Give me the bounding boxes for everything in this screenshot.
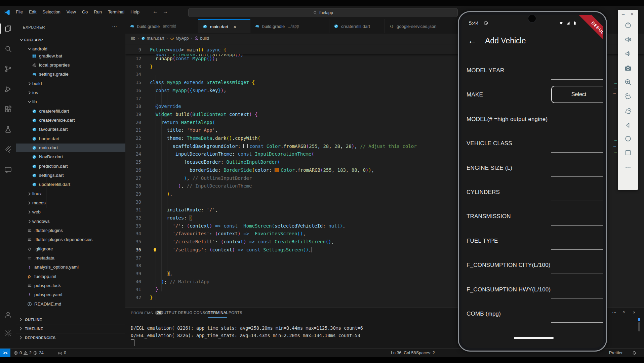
source-control-icon[interactable] xyxy=(4,65,12,73)
emu-camera-icon[interactable] xyxy=(624,64,632,72)
tree-item--metadata[interactable]: .metadata xyxy=(16,254,126,262)
section-timeline[interactable]: TIMELINE xyxy=(16,324,125,333)
tree-item-home-dart[interactable]: home.dart1 xyxy=(16,134,126,143)
emu-overview-icon[interactable] xyxy=(624,149,632,157)
input-underline-vehicle-class[interactable] xyxy=(551,152,603,153)
emu-volume-up-icon[interactable] xyxy=(624,36,632,43)
tree-item-macos[interactable]: macos xyxy=(16,199,126,207)
color-swatch[interactable] xyxy=(243,144,248,148)
tree-item-analysis-options-yaml[interactable]: !analysis_options.yaml xyxy=(16,263,126,271)
tree-item--flutter-plugins[interactable]: .flutter-plugins xyxy=(16,226,126,235)
input-underline-model-high-output-engine-[interactable] xyxy=(551,128,603,128)
tree-item-navbar-dart[interactable]: NavBar.dart xyxy=(16,153,126,161)
panel-tab-output[interactable]: OUTPUT xyxy=(160,311,177,315)
command-center-search[interactable]: fuelapp xyxy=(188,8,458,17)
input-underline-cylinders[interactable] xyxy=(551,201,603,201)
breadcrumb-myapp[interactable]: MyApp xyxy=(170,36,189,41)
tree-item-updaterefill-dart[interactable]: updaterefill.dart1 xyxy=(16,180,126,189)
section-dependencies[interactable]: DEPENDENCIES xyxy=(16,333,125,342)
tree-root-fuelapp[interactable]: FUELAPP xyxy=(16,36,126,44)
tree-item--gitignore[interactable]: .gitignore xyxy=(16,245,126,253)
tree-item-web[interactable]: web xyxy=(16,208,126,216)
tree-item-createrefill-dart[interactable]: createrefill.dart xyxy=(16,107,126,115)
input-underline-f-consumption-city-l-100-[interactable] xyxy=(551,274,603,274)
settings-gear-icon[interactable] xyxy=(4,329,12,337)
panel-tab-terminal[interactable]: TERMINAL xyxy=(208,311,229,315)
menu-go[interactable]: Go xyxy=(79,8,91,16)
tree-item-gradlew-bat[interactable]: gradlew.bat xyxy=(16,52,126,60)
tree-item-main-dart[interactable]: main.dart xyxy=(16,144,126,152)
emu-more-icon[interactable] xyxy=(624,163,632,171)
menu-edit[interactable]: Edit xyxy=(26,8,39,16)
search-icon[interactable] xyxy=(4,45,12,53)
breadcrumb-build[interactable]: build xyxy=(194,36,209,41)
chat-icon[interactable] xyxy=(4,166,12,174)
tab-build-gradle[interactable]: build.gradleandroid xyxy=(125,19,198,33)
tree-item-lib[interactable]: lib xyxy=(16,97,126,106)
emu-power-icon[interactable] xyxy=(624,21,632,29)
problems-status[interactable]: 0224 xyxy=(13,349,44,357)
menu-selection[interactable]: Selection xyxy=(39,8,63,16)
input-underline-transmission[interactable] xyxy=(551,225,603,226)
explorer-icon[interactable] xyxy=(4,25,12,33)
emu-zoom-icon[interactable] xyxy=(624,78,632,86)
tree-item-build[interactable]: build xyxy=(16,79,126,88)
panel-maximize-button[interactable]: ^ xyxy=(623,310,625,315)
terminal-line[interactable]: D/EGL_emulation( 8226): app_time_stats: … xyxy=(131,325,363,331)
emulator-minimize-button[interactable]: – xyxy=(622,11,625,17)
tree-item-ios[interactable]: ios xyxy=(16,88,126,97)
formatter[interactable]: Prettier xyxy=(609,349,622,357)
terminal-scrollbar[interactable] xyxy=(638,322,640,331)
tree-item-createvehicle-dart[interactable]: createvehicle.dart xyxy=(16,116,126,124)
menu-view[interactable]: View xyxy=(64,8,79,16)
indentation[interactable]: Spaces: 2 xyxy=(416,349,435,357)
tree-item-readme-md[interactable]: README.md xyxy=(16,300,126,308)
menu-terminal[interactable]: Terminal xyxy=(105,8,127,16)
panel-tab-ports[interactable]: PORTS xyxy=(229,311,242,315)
panel-close-button[interactable]: × xyxy=(633,310,636,315)
explorer-actions-button[interactable]: ⋯ xyxy=(112,23,117,29)
tree-item-windows[interactable]: windows xyxy=(16,217,126,226)
tree-item-fuelapp-iml[interactable]: fuelapp.iml xyxy=(16,272,126,281)
menu-file[interactable]: File xyxy=(13,8,26,16)
emu-rotate-ccw-icon[interactable] xyxy=(624,93,632,100)
menu-help[interactable]: Help xyxy=(127,8,143,16)
color-swatch[interactable] xyxy=(275,168,279,172)
close-icon[interactable]: × xyxy=(233,24,236,30)
tab-createrefill-dart[interactable]: createrefill.dart xyxy=(329,19,385,33)
emu-rotate-cw-icon[interactable] xyxy=(624,108,632,115)
breadcrumb-main-dart[interactable]: main.dart xyxy=(141,36,164,41)
tree-item-pubspec-lock[interactable]: pubspec.lock xyxy=(16,281,126,290)
run-debug-icon[interactable] xyxy=(4,85,12,93)
tab-google-services-json[interactable]: {}google-services.json xyxy=(385,19,452,33)
nav-forward-button[interactable]: → xyxy=(161,8,169,14)
tree-item-linux[interactable]: linux xyxy=(16,190,126,198)
back-arrow-button[interactable]: ← xyxy=(467,36,478,46)
input-underline-engine-size-l-[interactable] xyxy=(551,176,603,177)
emulator-close-button[interactable]: × xyxy=(631,11,634,17)
emu-volume-down-icon[interactable] xyxy=(624,50,632,57)
emu-back-icon[interactable] xyxy=(624,121,632,129)
breadcrumb-lib[interactable]: lib xyxy=(131,36,135,41)
tab-build-gradle[interactable]: build.gradle...\app xyxy=(250,19,329,33)
tree-item-prediction-dart[interactable]: prediction.dart xyxy=(16,162,126,170)
nav-back-button[interactable]: ← xyxy=(151,8,159,14)
testing-icon[interactable] xyxy=(4,125,12,133)
tree-item-settings-dart[interactable]: settings.dart xyxy=(16,171,126,179)
remote-indicator[interactable]: >< xyxy=(0,349,10,357)
emu-home-icon[interactable] xyxy=(624,135,632,143)
notifications[interactable] xyxy=(632,349,637,357)
tree-item-favourites-dart[interactable]: favourites.dart xyxy=(16,125,126,133)
input-underline-fuel-type[interactable] xyxy=(551,249,603,250)
input-underline-model-year[interactable] xyxy=(551,79,603,80)
panel-more-button[interactable]: ⋯ xyxy=(612,310,616,315)
tree-item-pubspec-yaml[interactable]: !pubspec.yaml xyxy=(16,290,126,299)
tab-main-dart[interactable]: main.dart× xyxy=(198,19,250,33)
section-outline[interactable]: OUTLINE xyxy=(16,315,125,324)
menu-run[interactable]: Run xyxy=(91,8,105,16)
flutter-icon[interactable] xyxy=(4,146,12,154)
tree-item-settings-gradle[interactable]: settings.gradle xyxy=(16,70,126,78)
tree-item--flutter-plugins-dependencies[interactable]: .flutter-plugins-dependencies xyxy=(16,235,126,244)
tree-item-local-properties[interactable]: local.properties xyxy=(16,61,126,69)
input-underline-f-consumption-hwy-l-100-[interactable] xyxy=(551,298,603,299)
